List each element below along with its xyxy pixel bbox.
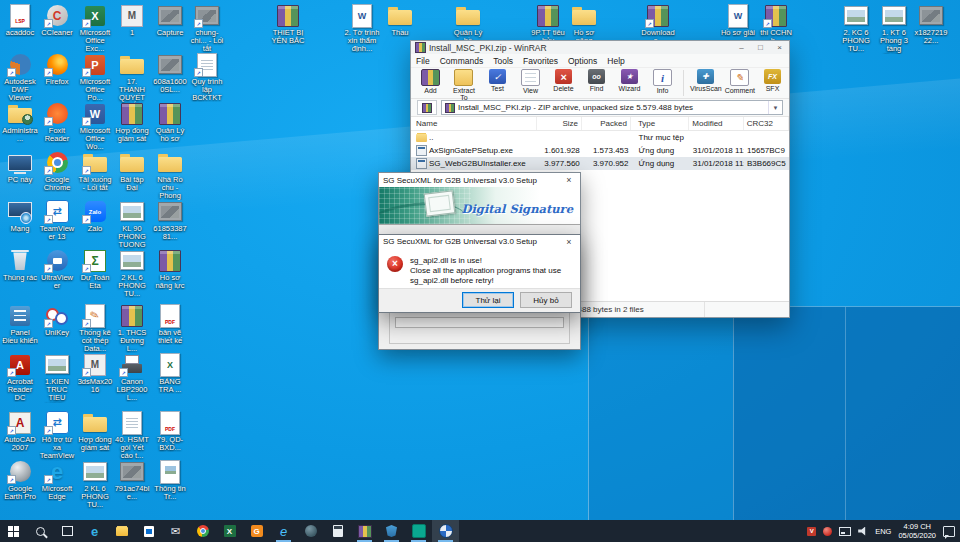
desktop-icon-qu-n-l-h[interactable]: Quản Lý hồ (450, 3, 486, 45)
taskbar-winrar-button[interactable] (351, 520, 378, 542)
desktop-icon-2-kl-6-phong-tu[interactable]: 2 KL 6 PHONG TU... (77, 459, 113, 509)
toolbar-delete-button[interactable]: Delete (547, 68, 580, 92)
column-header-packed[interactable]: Packed (582, 117, 631, 130)
desktop-icon-firefox[interactable]: Firefox (39, 52, 75, 86)
action-center-icon[interactable] (943, 526, 955, 537)
desktop-icon-downloads[interactable]: Downloads - (640, 3, 676, 45)
taskbar-chrome-button[interactable] (189, 520, 216, 542)
desktop-icon-791ac74ble[interactable]: 791ac74ble... (114, 459, 150, 501)
desktop-icon-thi-t-b-y-n-b-c[interactable]: THIẾT BỊ YÊN BẮC (270, 3, 306, 45)
taskbar-calculator-button[interactable] (324, 520, 351, 542)
desktop-icon-3dsmax2016[interactable]: 3dsMax2016 (77, 352, 113, 394)
desktop-icon-google-chrome[interactable]: Google Chrome (39, 150, 75, 192)
desktop-icon-th-u[interactable]: Thầu (382, 3, 418, 37)
toolbar-test-button[interactable]: Test (481, 68, 514, 92)
desktop-icon-6185338781[interactable]: 6185338781... (152, 199, 188, 241)
close-icon[interactable]: × (562, 237, 576, 247)
column-header-name[interactable]: Name (413, 117, 537, 130)
taskbar-antivirus-shield-button[interactable] (378, 520, 405, 542)
desktop-icon-canon-lbp2900-l[interactable]: Canon LBP2900 L... (114, 352, 150, 402)
file-row-item[interactable]: ..Thư mục tệp (411, 131, 789, 144)
desktop-icon-h-p-ng-gi-m-s-t[interactable]: Hợp đồng giám sát (114, 101, 150, 143)
column-header-crc32[interactable]: CRC32 (744, 117, 789, 130)
taskbar-orange-app-button[interactable] (243, 520, 270, 542)
desktop-icon-kl-90-phong-tuong-ln[interactable]: KL 90 PHONG TUONG LN... (114, 199, 150, 250)
desktop-icon-nh-r-chu-phong[interactable]: Nhà Rồ chu - Phong (152, 150, 188, 200)
taskbar-task-view-button[interactable] (54, 520, 81, 542)
winrar-title-bar[interactable]: Install_MSC_PKI.zip - WinRAR – □ × (411, 41, 789, 54)
setup-dialog-title-bar[interactable]: SG SecuXML for G2B Universal v3.0 Setup … (379, 173, 580, 187)
maximize-icon[interactable]: □ (751, 41, 770, 54)
close-icon[interactable]: × (770, 41, 789, 54)
desktop-icon-qu-n-l-h-s[interactable]: Quản Lý hồ sơ (152, 101, 188, 143)
desktop-icon-teamviewer-13[interactable]: TeamViewer 13 (39, 199, 75, 241)
desktop-icon-1-kt-6-phong-3-t-ng-thc[interactable]: 1. KT 6 Phong 3 tầng THC... (876, 3, 912, 54)
toolbar-find-button[interactable]: Find (580, 68, 613, 92)
menu-item-options[interactable]: Options (563, 56, 602, 66)
desktop-icon-h-s-n-ng[interactable]: Hồ sơ năng (566, 3, 602, 45)
desktop-icon-th-ng-k-c-t-th-p-data[interactable]: Thống kê cốt thép Data... (77, 303, 113, 353)
desktop-icon-h-tr-t-xa-teamviewer[interactable]: Hỗ trợ từ xa TeamViewer (39, 410, 75, 461)
desktop-icon-autocad-2007[interactable]: AutoCAD 2007 (2, 410, 38, 452)
taskbar-file-explorer-button[interactable] (108, 520, 135, 542)
desktop-icon-x182721922[interactable]: x182721922... (913, 3, 949, 45)
desktop-icon-ultraviewer[interactable]: UltraViewer (39, 248, 75, 290)
desktop-icon-b-n-v-thi-t-k[interactable]: bản vẽ thiết kế (152, 303, 188, 345)
taskbar-excel-button[interactable] (216, 520, 243, 542)
desktop-icon-b-ng-tra[interactable]: BẢNG TRA ... (152, 352, 188, 394)
toolbar-sfx-button[interactable]: SFX (756, 68, 789, 92)
desktop-icon-th-ng-tin-tr[interactable]: Thông tin Tr... (152, 459, 188, 501)
security-tray-icon[interactable] (823, 527, 832, 536)
desktop-icon-administra[interactable]: Administra... (2, 101, 38, 143)
desktop-icon-h-p-ng-gi-m-s-t[interactable]: Hợp đồng giám sát (77, 410, 113, 452)
desktop-icon-foxit-reader[interactable]: Foxit Reader (39, 101, 75, 143)
desktop-icon-1-thcs-ng-l[interactable]: 1. THCS Đường L... (114, 303, 150, 353)
desktop-icon-h-s-gi-i[interactable]: Hồ sơ giải (720, 3, 756, 37)
red-v-tray-icon[interactable] (807, 527, 816, 536)
desktop-icon-1-kien-truc-tieu-hoc[interactable]: 1.KIEN TRUC TIEU HOC... (39, 352, 75, 403)
desktop-icon-google-earth-pro[interactable]: Google Earth Pro (2, 459, 38, 501)
desktop-icon-microsoft-office-wo[interactable]: Microsoft Office Wo... (77, 101, 113, 151)
desktop-icon-2-kc-6-phong-tu[interactable]: 2. KC 6 PHONG TU... (838, 3, 874, 53)
desktop-icon-acrobat-reader-dc[interactable]: Acrobat Reader DC (2, 352, 38, 402)
desktop-icon-capture[interactable]: Capture (152, 3, 188, 37)
desktop-icon-2-kl-6-phong-tu[interactable]: 2 KL 6 PHONG TU... (114, 248, 150, 298)
desktop-icon-79-qd-bxd[interactable]: 79. QD-BXD... (152, 410, 188, 452)
archive-path-combobox[interactable]: Install_MSC_PKI.zip - ZIP archive, unpac… (441, 100, 783, 115)
toolbar-virusscan-button[interactable]: VirusScan (688, 68, 723, 92)
file-row-axsigngatepsetup-exe[interactable]: AxSignGatePSetup.exe1.601.9281.573.453Ứn… (411, 144, 789, 157)
network-icon[interactable] (839, 527, 851, 536)
desktop-icon-chung-chi-l-i-t-t[interactable]: chung-chi... - Lối tắt (189, 3, 225, 53)
desktop-icon-quy-tr-nh-l-p-bcktkt[interactable]: Quy trình lập BCKTKT (189, 52, 225, 102)
taskbar-edge-button[interactable] (81, 520, 108, 542)
volume-icon[interactable] (858, 527, 868, 536)
column-header-modified[interactable]: Modified (689, 117, 743, 130)
error-dialog-title-bar[interactable]: SG SecuXML for G2B Universal v3.0 Setup … (379, 235, 580, 249)
taskbar-internet-explorer-button[interactable] (270, 520, 297, 542)
desktop-icon-d-to-n-eta[interactable]: Dự Toán Eta (77, 248, 113, 290)
close-icon[interactable]: × (562, 175, 576, 185)
toolbar-extract-to-button[interactable]: Extract To (447, 68, 481, 101)
toolbar-view-button[interactable]: View (514, 68, 547, 94)
desktop-icon-microsoft-office-po[interactable]: Microsoft Office Po... (77, 52, 113, 102)
desktop-icon-microsoft-office-exc[interactable]: Microsoft Office Exc... (77, 3, 113, 53)
desktop-icon-ccleaner[interactable]: CCleaner (39, 3, 75, 37)
chevron-down-icon[interactable]: ▼ (768, 101, 782, 114)
desktop-icon-40-hsmt-g-i-y-t-c-o-t[interactable]: 40. HSMT gói Yết cáo t... (114, 410, 150, 460)
toolbar-add-button[interactable]: Add (414, 68, 447, 94)
menu-item-help[interactable]: Help (602, 56, 629, 66)
desktop-icon-autodesk-dwf-viewer[interactable]: Autodesk DWF Viewer (2, 52, 38, 102)
taskbar-store-button[interactable] (135, 520, 162, 542)
desktop-icon-thi-cchn-h[interactable]: thi CCHN h... (758, 3, 794, 45)
file-row-sg-webg2buinstaller-exe[interactable]: SG_WebG2BUInstaller.exe3.977.5603.970.95… (411, 157, 789, 170)
taskbar-clock[interactable]: 4:09 CH 05/05/2020 (898, 522, 936, 540)
desktop-icon-pc-n-y[interactable]: PC này (2, 150, 38, 184)
taskbar-search-button[interactable] (27, 520, 54, 542)
menu-item-file[interactable]: File (411, 56, 435, 66)
taskbar-mail-button[interactable] (162, 520, 189, 542)
desktop-icon-9p-tt-ti-u-h-y[interactable]: 9P.TT tiêu hủy (530, 3, 566, 45)
desktop-icon-microsoft-edge[interactable]: Microsoft Edge (39, 459, 75, 501)
desktop-icon-b-i-t-p-i[interactable]: Bài tập Đại (114, 150, 150, 192)
desktop-icon-acaddoc[interactable]: acaddoc (2, 3, 38, 37)
column-header-size[interactable]: Size (537, 117, 582, 130)
